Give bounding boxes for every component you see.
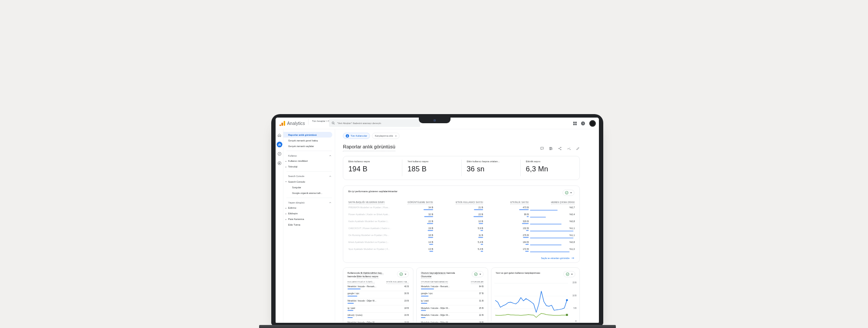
table-row[interactable]: Erkek Ayakkabı Modelleri ve Fiyatları |.…: [349, 240, 575, 246]
table-row[interactable]: On Running Modelleri ve Fiyatları | Flo.…: [349, 233, 575, 239]
column-header-label: HEMEN ÇIKMA ORANI: [551, 201, 575, 204]
value-bar: [526, 244, 529, 245]
bounce-rate-cell: %1,1: [529, 233, 575, 236]
insights-icon[interactable]: [567, 147, 571, 151]
metric-value-cell: 473 B: [483, 205, 529, 210]
column-header[interactable]: ETKİN KULLANICI SAYISI: [433, 201, 483, 204]
sidebar-section-header[interactable]: Search Console: [283, 174, 335, 179]
all-users-chip[interactable]: Tüm Kullanıcılar: [343, 133, 370, 139]
cell-value: 34 B: [403, 205, 433, 209]
library-icon[interactable]: [549, 147, 553, 151]
share-icon[interactable]: [558, 147, 562, 151]
list-item[interactable]: MetaAds / Istcode - Diğer M...19 B: [348, 298, 409, 305]
table-row[interactable]: Flower Ayakkabı | Kadın ve Erkek Ayak...…: [349, 212, 575, 218]
add-comparison-chip[interactable]: Karşılaştırma ekle +: [372, 133, 399, 139]
sidebar-section-label: Search Console: [288, 175, 304, 177]
bounce-bar: [530, 245, 562, 246]
sidebar-item[interactable]: ▸Teknoloji: [283, 164, 335, 170]
metric-value-cell: 22 B: [403, 219, 433, 224]
sidebar-item[interactable]: ▸Kullanıcı özellikleri: [283, 158, 335, 164]
sidebar-item[interactable]: ▸Para Kazanma: [283, 216, 335, 222]
cell-value: 99 B: [483, 212, 529, 216]
source-label: MetaAds / Istcode - Diğer M...: [421, 307, 467, 309]
list-item[interactable]: MetaAds / Istcode - Diğer M...25 B: [421, 305, 483, 313]
column-header[interactable]: SAYFA BAŞLIĞI VE EKRAN SINIFI: [349, 201, 403, 204]
column-header[interactable]: ETKİNLİK SAYISI: [483, 201, 529, 204]
sidebar-section-header[interactable]: Yaşam döngüsü: [283, 200, 335, 205]
sidebar-section-header[interactable]: Kullanıcı: [283, 153, 335, 158]
home-icon[interactable]: [276, 132, 282, 138]
list-item[interactable]: ig / paid18 B: [348, 305, 409, 313]
list-item[interactable]: MetaAds / Istcode - Diğer M...15 B: [348, 320, 409, 323]
explore-icon[interactable]: [276, 151, 282, 157]
list-item[interactable]: (direct) / (none)16 B: [348, 313, 409, 320]
apps-grid-icon[interactable]: [573, 122, 577, 125]
chevron-up-icon: [329, 154, 332, 157]
sidebar-item[interactable]: ▸Etkileşim: [283, 211, 335, 216]
check-circle-icon: [565, 191, 569, 194]
analytics-app: Analytics Tüm hesaplar > ISTCODE ?: [276, 118, 599, 323]
metric-value-cell: 329 B: [483, 219, 529, 224]
source-label: MetaAds / Istcode - Remark...: [421, 285, 467, 288]
y-axis-label: 0: [568, 320, 576, 322]
bounce-rate-cell: %0,4: [529, 212, 575, 216]
users-comparison-chart: 15 B10 B5 B030Kas07Ara1421: [493, 280, 577, 323]
data-quality-badge[interactable]: [562, 190, 574, 196]
list-item[interactable]: google / cpc30 B: [348, 291, 409, 298]
list-item[interactable]: MetaAds / Istcode - Remark...64 B: [421, 284, 483, 291]
column-header[interactable]: HEMEN ÇIKMA ORANI: [529, 201, 575, 204]
cell-value: 164 B: [483, 240, 529, 243]
data-quality-badge[interactable]: [563, 271, 575, 277]
cell-value: 132 B: [483, 226, 529, 230]
search-bar[interactable]: [329, 119, 420, 127]
sidebar-item[interactable]: Gerçek zamanlı genel bakış: [283, 138, 335, 143]
metric-value: 185 B: [408, 165, 461, 173]
list-item[interactable]: ig / paid31 B: [421, 298, 483, 305]
analytics-logo-icon[interactable]: [279, 121, 285, 126]
nav-rail: [276, 129, 283, 323]
cell-value: 276 B: [483, 233, 529, 236]
sidebar-item[interactable]: Google organik arama trafi...: [283, 190, 335, 196]
sidebar-item[interactable]: Gerçek zamanlı sayfalar: [283, 143, 335, 149]
search-input[interactable]: [337, 122, 418, 125]
advertising-icon[interactable]: [276, 161, 282, 166]
reports-icon[interactable]: [276, 142, 282, 148]
customize-icon[interactable]: [576, 147, 580, 151]
sidebar-item[interactable]: ▾Search Console: [283, 179, 335, 184]
page-title-cell: CHECKOUT | Flower Ayakkabı | Kadın v...: [349, 226, 403, 230]
bounce-rate-cell: %0,8: [529, 240, 575, 243]
metric-value-cell: 32 B: [403, 212, 433, 217]
sidebar-item[interactable]: Sorgular: [283, 184, 335, 190]
account-avatar[interactable]: [589, 120, 596, 127]
value-bar: [421, 317, 426, 318]
feedback-icon[interactable]: [540, 147, 544, 151]
table-row[interactable]: Kadın Ayakkabı Modelleri ve Fiyatları |.…: [349, 219, 575, 225]
laptop-mockup: Analytics Tüm hesaplar > ISTCODE ?: [271, 114, 603, 325]
list-item[interactable]: MetaAds / Istcode - Diğer M...22 B: [421, 313, 483, 320]
metric-value-cell: 11 B: [433, 233, 483, 238]
view-pages-link[interactable]: Sayfa ve ekranları görüntüle: [541, 257, 570, 259]
help-icon[interactable]: ?: [581, 121, 585, 125]
sidebar-item[interactable]: Elde Tutma: [283, 222, 335, 228]
check-circle-icon: [566, 272, 569, 276]
list-item[interactable]: google / cpc37 B: [421, 291, 483, 298]
plus-icon: +: [395, 134, 397, 138]
column-header[interactable]: GÖRÜNTÜLEME SAYISI: [403, 201, 433, 204]
list-item[interactable]: MetaAds / Istcode - Diğer M...18 B: [421, 320, 483, 323]
sidebar-item[interactable]: ▸Edinme: [283, 205, 335, 211]
value-bar: [429, 244, 433, 245]
metric-value: 6,3 Mn: [526, 165, 580, 173]
table-row[interactable]: CHECKOUT | Flower Ayakkabı | Kadın v...1…: [349, 226, 575, 232]
table-row[interactable]: Spor Ayakkabı Modelleri ve Fiyatları | F…: [349, 247, 575, 253]
data-quality-badge[interactable]: [397, 271, 409, 277]
value-bar: [522, 223, 529, 224]
metric-value-cell: 22 B: [433, 212, 483, 217]
source-value: 37 B: [479, 292, 483, 295]
data-quality-badge[interactable]: [472, 271, 483, 277]
table-row[interactable]: PREMIATA Modelleri ve Fiyatları | Flow..…: [349, 205, 575, 211]
sidebar-item[interactable]: Raporlar anlık görüntüsü: [283, 132, 332, 138]
value-bar: [424, 209, 433, 210]
sidebar-item-label: Etkileşim: [288, 212, 298, 215]
list-item[interactable]: MetaAds / Istcode - Remark...40 B: [348, 284, 409, 291]
metric-label: Etkinlik sayısı: [526, 160, 580, 163]
